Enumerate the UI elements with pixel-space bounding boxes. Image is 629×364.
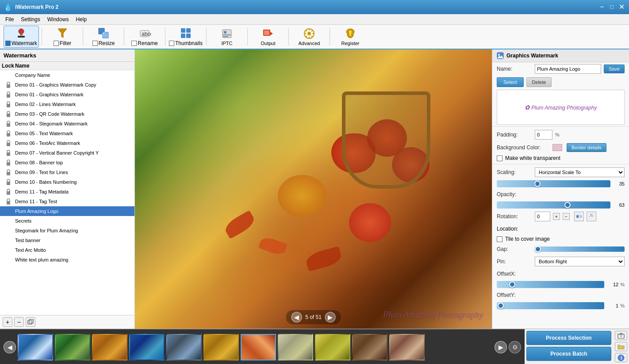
toolbar-register[interactable]: Register xyxy=(333,26,368,48)
thumb-next-btn[interactable]: ▶ xyxy=(495,341,507,353)
thumbnail-4[interactable] xyxy=(129,334,165,360)
watermark-list-item[interactable]: Demo 03 - QR Code Watermark xyxy=(0,109,134,119)
watermark-list-item[interactable]: Demo 05 - Text Watermark xyxy=(0,129,134,138)
col-name: Name xyxy=(15,63,133,69)
thumbnail-3[interactable] xyxy=(92,334,127,360)
thumbnail-5[interactable] xyxy=(166,334,202,360)
toolbar-sep-8 xyxy=(330,28,330,46)
process-selection-btn[interactable]: Process Selection xyxy=(526,331,611,345)
add-watermark-btn[interactable]: + xyxy=(3,317,12,327)
rotation-flip-h-btn[interactable] xyxy=(574,212,584,221)
next-image-btn[interactable]: ▶ xyxy=(325,312,336,322)
bg-color-swatch[interactable] xyxy=(552,144,562,151)
minimize-btn[interactable]: − xyxy=(598,3,606,11)
thumbnail-8[interactable] xyxy=(278,334,313,360)
rotation-down-btn[interactable]: − xyxy=(563,213,570,220)
watermark-list-item[interactable]: Stegomark for Plum Amazing xyxy=(0,226,134,235)
watermark-list-item[interactable]: Test banner xyxy=(0,235,134,245)
watermark-list-item[interactable]: Plum Amazing Logo xyxy=(0,206,134,216)
watermark-list-item[interactable]: Demo 06 - TextArc Watermark xyxy=(0,138,134,148)
gap-slider[interactable] xyxy=(535,246,625,252)
filter-checkbox[interactable] xyxy=(54,41,59,46)
preview-area: Plum Amazing Photography ◀ 5 of 51 ▶ xyxy=(135,49,492,329)
make-white-checkbox[interactable] xyxy=(497,155,502,161)
thumbnail-1[interactable] xyxy=(18,334,53,360)
padding-input[interactable] xyxy=(535,130,552,140)
offsetx-slider[interactable] xyxy=(497,281,604,288)
thumbnail-2[interactable] xyxy=(55,334,90,360)
opacity-slider[interactable] xyxy=(497,201,610,209)
remove-watermark-btn[interactable]: − xyxy=(14,317,24,327)
thumbnail-7[interactable] xyxy=(241,334,276,360)
duplicate-watermark-btn[interactable] xyxy=(26,317,35,327)
maximize-btn[interactable]: □ xyxy=(608,3,616,11)
watermark-list-item[interactable]: Text Arc Motto xyxy=(0,245,134,255)
watermark-list-item[interactable]: Demo 09 - Text for Lines xyxy=(0,167,134,177)
rotation-input[interactable] xyxy=(535,212,550,221)
opacity-value: 63 xyxy=(612,202,625,208)
menu-help[interactable]: Help xyxy=(72,15,90,23)
watermark-list-item[interactable]: Secrets xyxy=(0,216,134,226)
toolbar-rename[interactable]: abcd Rename xyxy=(127,26,162,48)
sidebar: Watermarks Lock Name Company NameDemo 01… xyxy=(0,49,135,329)
watermark-list-item[interactable]: Demo 07 - Vertical Banner Copyright Y xyxy=(0,148,134,158)
rename-checkbox[interactable] xyxy=(131,41,137,46)
process-batch-btn[interactable]: Process Batch xyxy=(526,347,611,361)
name-input[interactable] xyxy=(535,64,601,74)
thumbnail-9[interactable] xyxy=(315,334,350,360)
toolbar-resize[interactable]: Resize xyxy=(86,26,121,48)
rotation-up-btn[interactable]: + xyxy=(553,213,560,220)
svg-text:i: i xyxy=(621,355,622,361)
watermark-list-item[interactable]: White text plum amazing xyxy=(0,255,134,265)
menu-settings[interactable]: Settings xyxy=(17,15,43,23)
watermark-list-item[interactable]: Demo 01 - Graphics Watermark Copy xyxy=(0,80,134,90)
toolbar-filter[interactable]: Filter xyxy=(45,26,80,48)
svg-rect-34 xyxy=(7,94,10,98)
rotation-flip-v-btn[interactable] xyxy=(587,212,596,221)
offsety-slider[interactable] xyxy=(497,302,604,309)
folder-icon[interactable] xyxy=(615,342,627,351)
border-details-btn[interactable]: Border details xyxy=(567,143,606,152)
watermark-list-item[interactable]: Demo 11 - Tag Test xyxy=(0,197,134,206)
watermark-checkbox[interactable] xyxy=(5,41,11,46)
delete-button[interactable]: Delete xyxy=(526,77,552,87)
register-icon xyxy=(344,27,357,40)
watermarks-list[interactable]: Company NameDemo 01 - Graphics Watermark… xyxy=(0,70,134,315)
resize-checkbox[interactable] xyxy=(92,41,98,46)
toolbar-iptc[interactable]: IPTC xyxy=(209,26,245,48)
thumbnail-10[interactable] xyxy=(352,334,387,360)
watermark-list-item[interactable]: Demo 02 - Lines Watermark xyxy=(0,99,134,109)
toolbar-advanced[interactable]: Advanced xyxy=(291,26,327,48)
lock-icon xyxy=(2,91,15,98)
scaling-select[interactable]: Horizontal Scale To Vertical Scale To Fi… xyxy=(535,167,625,177)
tile-checkbox[interactable] xyxy=(497,236,502,242)
lock-icon xyxy=(2,159,15,166)
pin-select[interactable]: Top Left Top Center Top Right Middle Lef… xyxy=(535,257,625,266)
watermark-list-item[interactable]: Demo 08 - Banner top xyxy=(0,158,134,167)
thumbnail-6[interactable] xyxy=(203,334,239,360)
toolbar-watermark[interactable]: Watermark xyxy=(4,26,39,48)
watermark-list-item[interactable]: Demo 04 - Stegomark Watermark xyxy=(0,119,134,129)
watermark-list-item[interactable]: Demo 10 - Bates Numbering xyxy=(0,177,134,187)
advanced-label: Advanced xyxy=(299,41,320,46)
watermark-list-item[interactable]: Company Name xyxy=(0,70,134,80)
thumb-prev-btn[interactable]: ◀ xyxy=(4,341,16,353)
menu-windows[interactable]: Windows xyxy=(44,15,73,23)
watermark-item-name: Company Name xyxy=(15,72,133,78)
watermark-list-item[interactable]: Demo 11 - Tag Metadata xyxy=(0,187,134,197)
share-icon[interactable] xyxy=(615,331,627,340)
save-button[interactable]: Save xyxy=(604,64,625,73)
menu-file[interactable]: File xyxy=(2,15,17,23)
select-button[interactable]: Select xyxy=(497,77,524,87)
watermark-list-item[interactable]: Demo 01 - Graphics Watermark xyxy=(0,90,134,99)
thumbnails-checkbox[interactable] xyxy=(169,41,174,46)
thumb-settings-btn[interactable]: ⚙ xyxy=(509,341,521,353)
toolbar-sep-6 xyxy=(247,28,248,46)
thumbnail-11[interactable] xyxy=(389,334,425,360)
prev-image-btn[interactable]: ◀ xyxy=(291,312,302,322)
scaling-slider[interactable] xyxy=(497,180,610,187)
info-icon[interactable]: i xyxy=(615,353,627,362)
close-btn[interactable]: ✕ xyxy=(617,3,625,11)
toolbar-thumbnails[interactable]: Thumbnails xyxy=(168,26,203,48)
toolbar-output[interactable]: Output xyxy=(250,26,286,48)
